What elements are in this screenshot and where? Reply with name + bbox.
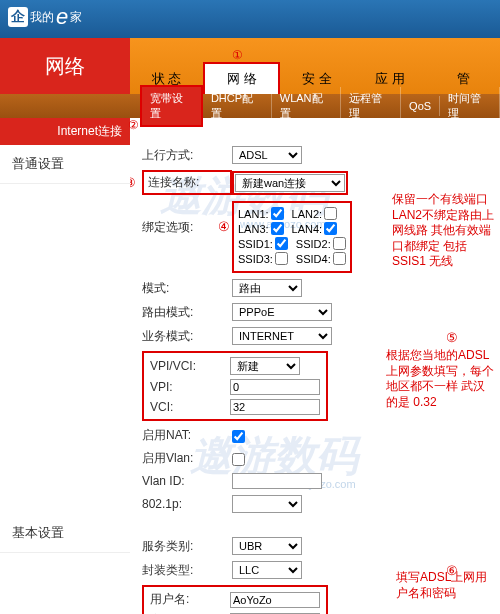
note-user: 填写ADSL上网用户名和密码 (396, 570, 496, 601)
sidebar-general[interactable]: 普通设置 (0, 145, 130, 184)
cb-vlan[interactable] (232, 453, 245, 466)
select-mode[interactable]: 路由 (232, 279, 302, 297)
select-bizmode[interactable]: INTERNET (232, 327, 332, 345)
cb-ssid4[interactable] (333, 252, 346, 265)
label-8021p: 802.1p: (142, 497, 232, 511)
input-user[interactable] (230, 592, 320, 608)
select-vpivci[interactable]: 新建 (230, 357, 300, 375)
label-vlan: 启用Vlan: (142, 450, 232, 467)
select-8021p[interactable] (232, 495, 302, 513)
label-vpivci: VPI/VCI: (150, 359, 230, 373)
cb-ssid1[interactable] (275, 237, 288, 250)
label-connname: 连接名称: (142, 170, 232, 195)
cb-lan2[interactable] (324, 207, 337, 220)
select-uplink[interactable]: ADSL (232, 146, 302, 164)
logo-icon: 企 (8, 7, 28, 27)
label-bizmode: 业务模式: (142, 328, 232, 345)
main-nav: 网络 状 态 网 络 安 全 应 用 管 (0, 38, 500, 94)
annotation-1: ① (232, 48, 243, 64)
select-connname[interactable]: 新建wan连接 (235, 174, 345, 192)
label-vlanid: Vlan ID: (142, 474, 232, 488)
sidebar-basic[interactable]: 基本设置 (0, 514, 130, 553)
annotation-2: ② (128, 118, 139, 134)
input-vpi[interactable] (230, 379, 320, 395)
sidebar-header: Internet连接 (0, 118, 130, 145)
cb-nat[interactable] (232, 430, 245, 443)
logo: 企 我的 e 家 (8, 4, 492, 30)
note-bind: 保留一个有线端口LAN2不绑定路由上网线路 其他有效端口都绑定 包括SSIS1 … (392, 192, 496, 270)
label-routemode: 路由模式: (142, 304, 232, 321)
logo-suffix: 家 (70, 9, 82, 26)
label-vci: VCI: (150, 400, 230, 414)
sub-nav: 宽带设置 DHCP配置 WLAN配置 远程管理 QoS 时间管理 (0, 94, 500, 118)
label-mode: 模式: (142, 280, 232, 297)
input-vlanid[interactable] (232, 473, 322, 489)
select-encap[interactable]: LLC (232, 561, 302, 579)
label-uplink: 上行方式: (142, 147, 232, 164)
label-user: 用户名: (150, 591, 230, 608)
select-svctype[interactable]: UBR (232, 537, 302, 555)
bind-options-box: LAN1: LAN2: LAN3: LAN4: SSID1: SSID2: SS… (232, 201, 352, 273)
cb-lan4[interactable] (324, 222, 337, 235)
cb-lan3[interactable] (271, 222, 284, 235)
select-routemode[interactable]: PPPoE (232, 303, 332, 321)
input-vci[interactable] (230, 399, 320, 415)
label-svctype: 服务类别: (142, 538, 232, 555)
logo-text: 我的 (30, 9, 54, 26)
annotation-3: ③ (130, 175, 136, 190)
label-vpi: VPI: (150, 380, 230, 394)
logo-e: e (56, 4, 68, 30)
sidebar: Internet连接 普通设置 基本设置 (0, 118, 130, 614)
subnav-qos[interactable]: QoS (401, 96, 440, 116)
cb-lan1[interactable] (271, 207, 284, 220)
nav-current: 网络 (0, 38, 130, 94)
top-bar: 企 我的 e 家 (0, 0, 500, 38)
cb-ssid3[interactable] (275, 252, 288, 265)
label-nat: 启用NAT: (142, 427, 232, 444)
cb-ssid2[interactable] (333, 237, 346, 250)
label-encap: 封装类型: (142, 562, 232, 579)
note-vpi: 根据您当地的ADSL上网参数填写，每个地区都不一样 武汉的是 0.32 (386, 348, 496, 410)
annotation-4: ④ (218, 219, 230, 234)
